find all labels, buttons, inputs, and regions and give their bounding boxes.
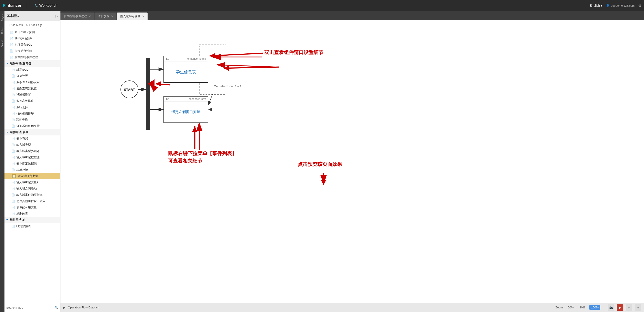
tree-item-window-popup[interactable]: 📄 窗口弹出及按回 [4, 29, 60, 35]
language-selector[interactable]: English ▾ [590, 4, 602, 7]
tree-item-label: 输入域类型(copy) [16, 149, 39, 153]
tree-item-label: 执行后台SQL [14, 43, 32, 47]
sidebar-item-pages[interactable]: Pages [0, 13, 4, 22]
tree-item-label: 表单绑定数据源 [16, 161, 37, 166]
group-tree[interactable]: ▼ 组件用法-树 [4, 217, 60, 223]
add-menu-button[interactable]: + + Add Menu [6, 23, 23, 27]
tree-item-query-vars[interactable]: 📄 查询器的可用变量 [4, 123, 60, 129]
tab-close-icon[interactable]: ✕ [89, 15, 91, 18]
flow-node-student-table[interactable]: 11 enhancer-jqgrid 学生信息表 [164, 56, 208, 83]
tab-close-icon[interactable]: ✕ [111, 15, 113, 18]
doc-icon: 📄 [12, 156, 15, 159]
tree-item-form-bind-source[interactable]: 📄 表单绑定数据源 [4, 160, 60, 167]
tree-item-page-setting[interactable]: 📄 分页设置 [4, 73, 60, 79]
tab-crud[interactable]: 增删改查 ✕ [94, 12, 116, 20]
tree-item-input-bind-source[interactable]: 📄 输入域绑定数据源 [4, 154, 60, 160]
tree-item-use-other-component[interactable]: 📄 使用其他组件窗口输入 [4, 198, 60, 204]
svg-marker-3 [210, 53, 215, 59]
sidebar-item-roles[interactable]: Roles [0, 27, 4, 35]
sidebar-actions: + + Add Menu ⊕ + Add Page [4, 21, 60, 29]
doc-icon: 📄 [12, 125, 15, 128]
tree-item-script-event[interactable]: 📄 脚本控制事件过程 [4, 54, 60, 60]
doc-icon: 📄 [12, 174, 16, 178]
tree-item-form-validate[interactable]: 📄 表单校验 [4, 167, 60, 173]
nav-right-arrow-icon[interactable]: ▶ [63, 306, 66, 309]
tree-item-input-type-copy[interactable]: 📄 输入域类型(copy) [4, 148, 60, 154]
doc-icon: 📄 [12, 206, 15, 209]
tree-item-form-layout[interactable]: 📄 表单布局 [4, 136, 60, 142]
annotation-arrow-node1-2 [217, 65, 276, 67]
tree-item-crud[interactable]: 📄 增删改查 [4, 210, 60, 217]
annotation-text-doubleclick: 双击查看组件窗口设置细节 [264, 49, 323, 56]
add-page-button[interactable]: ⊕ + Add Page [26, 23, 42, 27]
tree-item-input-bind-var2[interactable]: 📄 输入域绑定变量2 [4, 179, 60, 185]
annotation-text-preview: 点击预览该页面效果 [298, 161, 342, 168]
logo-name: nhancer [6, 3, 21, 8]
sidebar-tree: 📄 窗口弹出及按回 📄 动作执行条件 📄 执行后台SQL 📄 执行后台过程 📄 … [4, 29, 60, 303]
tab-label: 增删改查 [98, 14, 109, 18]
tree-item-multi-select[interactable]: 📄 多行选择 [4, 104, 60, 110]
sidebar-collapse-button[interactable]: ▷ [56, 14, 58, 18]
diagram-canvas[interactable]: On Select Row: 1 = 1 START 11 enhancer-j… [60, 20, 644, 303]
tree-item-form-vars[interactable]: 📄 表单的可用变量 [4, 204, 60, 210]
group-form[interactable]: ▼ 组件用法-表单 [4, 129, 60, 136]
tree-item-drag-sort[interactable]: 📄 行列拖拽排序 [4, 110, 60, 117]
tree-item-multi-sort[interactable]: 📄 多列高级排序 [4, 98, 60, 104]
doc-icon: 📄 [12, 74, 15, 78]
flow-diagram-svg: On Select Row: 1 = 1 [60, 20, 644, 303]
tree-item-execute-sql[interactable]: 📄 执行后台SQL [4, 42, 60, 48]
undo-button[interactable]: ↩ [626, 305, 632, 311]
zoom-100-button[interactable]: 100% [589, 305, 600, 310]
tab-input-bind-var[interactable]: 输入域绑定变量 ✕ [117, 12, 148, 20]
flow-node-bind-var[interactable]: 12 enhancer-form 绑定左侧窗口变量 [164, 96, 208, 123]
group-query[interactable]: ▼ 组件用法-查询器 [4, 60, 60, 67]
tab-close-icon[interactable]: ✕ [142, 15, 144, 18]
settings-button[interactable]: ⚙ [638, 3, 641, 8]
workbench-nav[interactable]: 🔧 Workbench [34, 3, 57, 7]
tree-item-input-event-script[interactable]: 📄 输入域事件响应脚本 [4, 192, 60, 198]
tree-item-input-type[interactable]: 📄 输入域类型 [4, 142, 60, 148]
bottom-toolbar: ▶ Operation Flow Diagram Zoom 50% 80% 10… [60, 303, 644, 312]
tree-item-label: 输入域绑定数据源 [16, 155, 40, 159]
tree-item-label: 过滤器设置 [16, 93, 31, 97]
tree-item-label: 窗口弹出及按回 [14, 30, 35, 34]
screenshot-button[interactable]: 📷 [608, 305, 614, 311]
annotation-arrows-svg [60, 20, 644, 303]
zoom-80-button[interactable]: 80% [578, 305, 587, 310]
tree-item-bind-sql[interactable]: 📄 绑定SQL [4, 67, 60, 73]
tree-item-multi-condition[interactable]: 📄 多条件查询器设置 [4, 79, 60, 85]
sidebar-item-global[interactable]: Global [0, 39, 4, 48]
divider [604, 305, 604, 310]
redo-button[interactable]: ↪ [634, 305, 641, 311]
tree-item-filter[interactable]: 📄 过滤器设置 [4, 92, 60, 98]
tree-item-label: 增删改查 [16, 212, 28, 216]
search-input[interactable] [6, 306, 53, 309]
doc-icon: 📄 [12, 193, 15, 196]
node1-component: enhancer-jqgrid [188, 57, 206, 60]
tree-item-linked-query[interactable]: 📄 联动查询 [4, 117, 60, 123]
svg-marker-5 [224, 65, 229, 71]
doc-icon: 📄 [12, 112, 15, 115]
node2-right-arrow [208, 108, 212, 111]
tab-script-event[interactable]: 脚本控制事件过程 ✕ [60, 12, 94, 20]
doc-icon: 📄 [12, 93, 15, 96]
flow-vertical-bar [146, 58, 150, 130]
operation-flow-label[interactable]: Operation Flow Diagram [68, 306, 100, 309]
preview-button[interactable]: ▶ [617, 305, 624, 311]
zoom-label: Zoom [555, 306, 563, 309]
tab-bar: 脚本控制事件过程 ✕ 增删改查 ✕ 输入域绑定变量 ✕ [60, 11, 644, 20]
tree-item-execute-process[interactable]: 📄 执行后台过程 [4, 48, 60, 54]
tree-item-label: 表单布局 [16, 137, 28, 141]
svg-marker-11 [321, 180, 326, 185]
tree-item-action-condition[interactable]: 📄 动作执行条件 [4, 35, 60, 42]
tree-item-label: 联动查询 [16, 118, 28, 122]
workbench-label: Workbench [39, 3, 57, 7]
tree-item-input-bind-var[interactable]: 📄 输入域绑定变量 [4, 173, 60, 179]
tree-item-input-linked[interactable]: 📄 输入域之间联动 [4, 185, 60, 192]
zoom-50-button[interactable]: 50% [566, 305, 576, 310]
tree-item-bind-table[interactable]: 📄 绑定数据表 [4, 223, 60, 229]
search-icon[interactable]: 🔍 [55, 306, 58, 310]
tree-item-complex-query[interactable]: 📄 复杂查询器设置 [4, 85, 60, 92]
tree-item-label: 表单校验 [16, 168, 28, 172]
add-page-label: + Add Page [28, 23, 42, 27]
